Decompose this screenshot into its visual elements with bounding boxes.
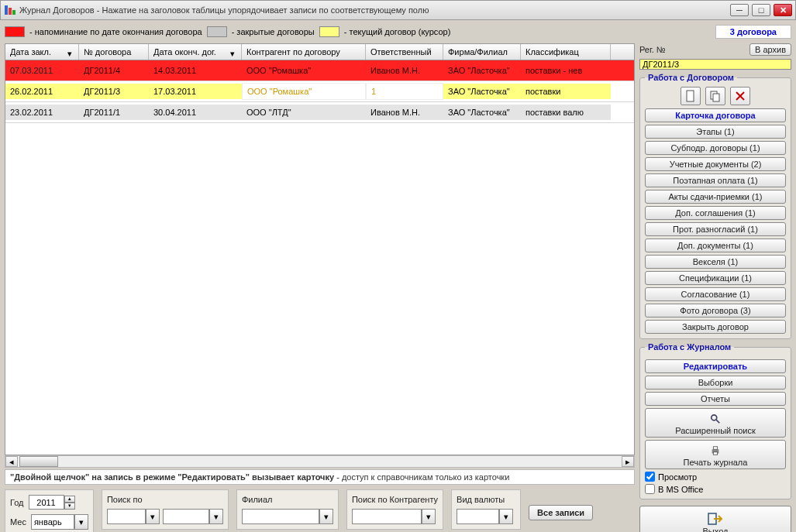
titlebar: Журнал Договоров - Нажатие на заголовок … [0,0,796,20]
delete-doc-button[interactable] [730,87,750,105]
col-class[interactable]: Классификац [521,44,611,60]
month-label: Мес [10,517,26,527]
col-counterparty[interactable]: Контрагент по договору [242,44,366,60]
scroll-thumb[interactable] [19,456,58,467]
contract-action-button[interactable]: Закрыть договор [645,320,786,334]
table-cell: 26.02.2011 [5,84,79,99]
side-panel: Рег. № В архив Работа с Договором Карточ… [639,43,791,532]
contract-action-button[interactable]: Акты сдачи-приемки (1) [645,190,786,204]
minimize-button[interactable]: ─ [730,4,749,16]
exit-icon [708,513,723,525]
chevron-down-icon[interactable]: ▾ [209,509,223,524]
search-value-combo[interactable]: ▾ [163,509,223,524]
reg-input[interactable] [639,59,791,70]
year-up-icon[interactable]: ▴ [64,496,75,503]
scroll-right-icon[interactable]: ▸ [622,456,634,467]
exit-button[interactable]: Выход [639,506,791,532]
printer-icon [708,445,722,456]
currency-label: Вид валюты [457,495,515,504]
contract-action-button[interactable]: Спецификации (1) [645,271,786,285]
preview-checkbox[interactable]: Просмотр [645,472,786,482]
preview-label: Просмотр [658,472,697,482]
msoffice-label: В MS Office [658,485,703,494]
copy-icon [709,90,722,102]
svg-rect-5 [713,94,719,101]
table-row[interactable]: 23.02.2011ДГ2011/130.04.2011ООО "ЛТД"Ива… [5,102,634,123]
col-end-date[interactable]: Дата оконч. дог.▾ [149,44,242,60]
svg-line-9 [716,420,719,423]
adv-search-button[interactable]: Расширенный поиск [645,408,786,438]
swatch-yellow [319,26,339,37]
fs2-title: Работа с Журналом [645,342,734,352]
search-k-combo[interactable]: ▾ [352,509,438,524]
year-label: Год [10,498,24,507]
table-cell: ЗАО "Ласточка" [443,105,521,120]
selections-button[interactable]: Выборки [645,376,786,390]
h-scrollbar[interactable]: ◂ ▸ [5,455,635,468]
adv-search-label: Расширенный поиск [675,426,756,435]
chevron-down-icon[interactable]: ▾ [499,509,513,524]
branch-combo[interactable]: ▾ [242,509,333,524]
table-cell: ООО "Ромашка" [242,83,366,100]
contract-action-button[interactable]: Поэтапная оплата (1) [645,173,786,187]
swatch-grey [207,26,227,37]
close-button[interactable]: ✕ [774,4,792,16]
exit-label: Выход [703,527,729,532]
hint-rest: - доступ к справочникам только из карточ… [334,472,509,482]
col-date[interactable]: Дата закл.▾ [5,44,79,60]
year-down-icon[interactable]: ▾ [64,503,75,510]
svg-rect-11 [713,447,717,450]
chevron-down-icon[interactable]: ▾ [74,514,88,530]
contract-action-button[interactable]: Фото договора (3) [645,304,786,317]
new-doc-button[interactable] [681,87,701,105]
archive-button[interactable]: В архив [749,43,791,56]
app-icon [4,4,16,16]
scroll-left-icon[interactable]: ◂ [5,456,18,467]
contract-action-button[interactable]: Этапы (1) [645,125,786,139]
table-cell: ООО "ЛТД" [242,105,366,120]
month-combo[interactable]: ▾ [31,514,88,530]
maximize-button[interactable]: □ [752,4,770,16]
svg-rect-12 [713,452,717,455]
col-number[interactable]: № договора [79,44,149,60]
table-cell: ДГ2011/3 [79,84,149,99]
contract-actions-fieldset: Работа с Договором Карточка договораЭтап… [639,73,791,339]
reports-button[interactable]: Отчеты [645,392,786,406]
year-stepper[interactable]: ▴▾ [29,495,75,510]
search-field-combo[interactable]: ▾ [107,509,160,524]
x-icon [734,90,746,102]
table-cell: 07.03.2011 [5,63,79,78]
table-cell: 23.02.2011 [5,105,79,120]
contract-action-button[interactable]: Учетные документы (2) [645,157,786,171]
table-cell: поставки валю [521,105,611,120]
all-records-button[interactable]: Все записи [529,505,593,520]
currency-combo[interactable]: ▾ [457,509,515,524]
col-firm[interactable]: Фирма/Филиал [443,44,521,60]
copy-doc-button[interactable] [705,87,725,105]
col-responsible[interactable]: Ответственный [366,44,443,60]
table-cell: ЗАО "Ласточка" [443,84,521,99]
contracts-table: Дата закл.▾ № договора Дата оконч. дог.▾… [5,43,635,455]
search-label: Поиск по [107,495,223,504]
legend-red-label: - напоминание по дате окончания договора [29,27,202,36]
svg-rect-1 [9,8,12,15]
month-input[interactable] [31,514,74,530]
year-input[interactable] [29,495,64,510]
chevron-down-icon[interactable]: ▾ [422,509,436,524]
contract-action-button[interactable]: Доп. соглашения (1) [645,206,786,220]
chevron-down-icon[interactable]: ▾ [319,509,333,524]
contract-action-button[interactable]: Векселя (1) [645,255,786,269]
print-journal-button[interactable]: Печать журнала [645,440,786,469]
contract-action-button[interactable]: Субподр. договоры (1) [645,141,786,155]
chevron-down-icon[interactable]: ▾ [146,509,160,524]
contract-action-button[interactable]: Прот. разногласий (1) [645,222,786,236]
table-row[interactable]: 26.02.2011ДГ2011/317.03.2011ООО "Ромашка… [5,81,634,102]
msoffice-checkbox[interactable]: В MS Office [645,484,786,494]
year-month-group: Год ▴▾ Мес ▾ [5,489,94,532]
search-k-label: Поиск по Контрагенту [352,495,438,504]
edit-button[interactable]: Редактировать [645,359,786,373]
contract-action-button[interactable]: Согласование (1) [645,287,786,301]
contract-action-button[interactable]: Доп. документы (1) [645,239,786,252]
contract-action-button[interactable]: Карточка договора [645,108,786,122]
table-row[interactable]: 07.03.2011ДГ2011/414.03.2011ООО "Ромашка… [5,60,634,81]
